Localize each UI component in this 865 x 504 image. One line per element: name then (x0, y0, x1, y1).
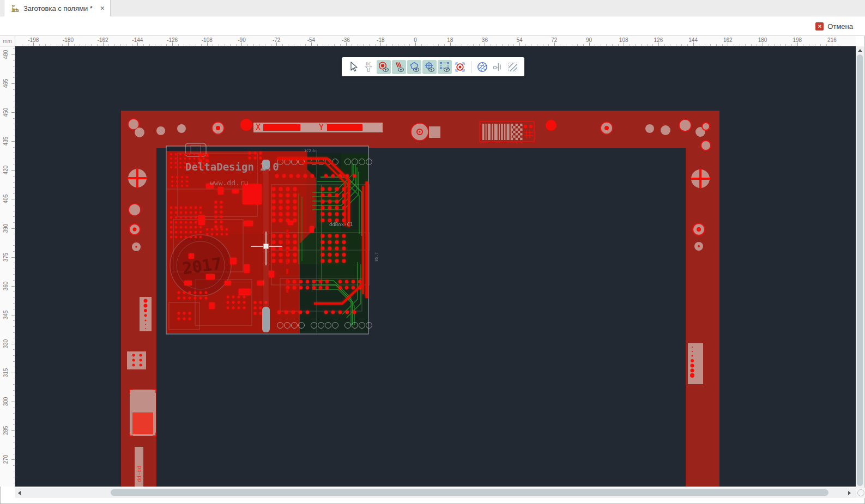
select-cursor-tool[interactable] (346, 60, 360, 74)
six-dot-pad (127, 351, 146, 369)
hatch-region-tool[interactable] (506, 60, 520, 74)
big-target-pad (411, 123, 428, 141)
dot-scale-strip (140, 297, 152, 331)
pcb-scene: X Y (15, 46, 856, 487)
floating-toolbar: DC (342, 57, 524, 76)
top-ref-text: 1C2.b (304, 149, 316, 153)
factory-icon (11, 4, 19, 13)
test-coupon (480, 122, 534, 142)
xy-scale-block: X Y (253, 123, 383, 132)
dimension-text: 85.7 (374, 252, 379, 262)
target-pad (601, 122, 613, 134)
big-red-pad (243, 184, 262, 204)
vertical-ruler: 4804654504354204053903753603453303153002… (0, 46, 15, 487)
design-canvas[interactable]: X Y (15, 46, 856, 487)
target-pad (693, 223, 705, 235)
fiducial-tool[interactable] (453, 60, 467, 74)
vertical-scrollbar[interactable] (856, 46, 864, 495)
action-bar: × Отмена (0, 16, 865, 36)
battery-footprint: 2017 (170, 235, 231, 296)
horizontal-scroll-thumb[interactable] (111, 489, 828, 496)
horizontal-scrollbar[interactable] (15, 488, 856, 498)
svg-text:dd-dd: dd-dd (136, 466, 142, 482)
pads-visibility-toggle[interactable] (377, 60, 391, 74)
ruler-unit-box: mm (0, 36, 15, 46)
target-pad (129, 224, 140, 235)
pcb-editor-window: Заготовка с полями * × × Отмена mm -198-… (0, 0, 865, 504)
target-pad (212, 122, 224, 134)
scrollbar-corner (856, 488, 865, 498)
scroll-up-arrow-icon[interactable] (858, 49, 862, 52)
tracks-visibility-toggle[interactable] (392, 60, 406, 74)
regions-visibility-toggle[interactable] (438, 60, 452, 74)
tab-close-icon[interactable]: × (100, 4, 105, 12)
dc-filter-tool[interactable]: DC (361, 60, 376, 74)
tab-blank-with-margins[interactable]: Заготовка с полями * × (4, 0, 111, 16)
svg-text:X: X (256, 123, 261, 132)
ruler-unit-label: mm (3, 38, 12, 44)
measure-tool[interactable] (491, 60, 505, 74)
vias-visibility-toggle[interactable] (422, 60, 437, 74)
horizontal-ruler: -198-180-162-144-126-108-90-72-54-36-180… (15, 36, 856, 46)
polygons-visibility-toggle[interactable] (407, 60, 421, 74)
svg-text:DC: DC (366, 61, 371, 66)
tab-title: Заготовка с полями * (23, 4, 93, 13)
minimap-button[interactable] (857, 489, 864, 496)
aperture-tool[interactable] (475, 60, 489, 74)
cancel-button[interactable]: × Отмена (815, 21, 853, 32)
svg-text:Y: Y (319, 123, 324, 132)
cancel-x-icon: × (815, 22, 824, 31)
ref-designator-text: ddBox-C1 (329, 222, 353, 227)
dot-scale-strip (688, 343, 703, 384)
label-strip: dd-dd (135, 447, 143, 487)
tab-bar: Заготовка с полями * × (0, 0, 865, 16)
vertical-scroll-thumb[interactable] (857, 54, 863, 486)
scroll-left-arrow-icon[interactable] (18, 491, 21, 495)
alignment-block (130, 390, 156, 436)
scroll-right-arrow-icon[interactable] (848, 491, 851, 495)
cancel-label: Отмена (827, 22, 853, 31)
pcb-board: 2017 DeltaDesign 2.0 www.dd.ru (166, 143, 379, 334)
toolbar-separator (471, 61, 471, 73)
site-text: www.dd.ru (210, 179, 248, 187)
